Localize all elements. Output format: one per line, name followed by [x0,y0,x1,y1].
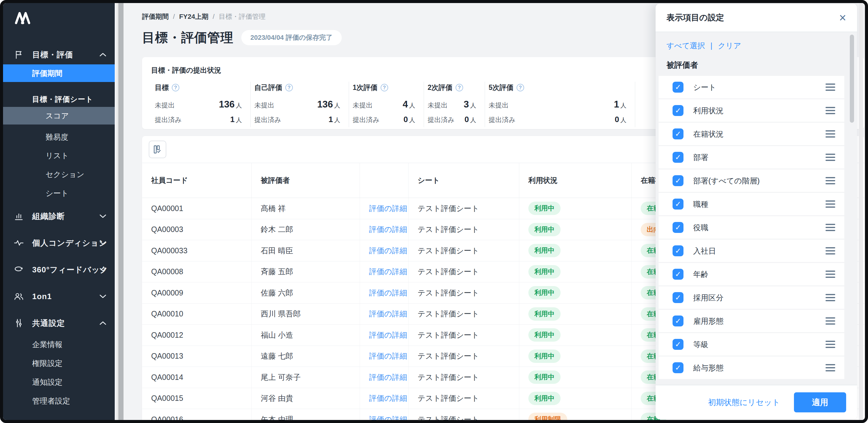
display-item-row[interactable]: ✓ 役職 [659,216,844,239]
panel-scrollbar[interactable] [850,35,854,123]
evaluation-detail-link[interactable]: 評価の詳細 [369,267,407,277]
display-item-row[interactable]: ✓ 等級 [659,333,844,356]
save-status-badge: 2023/04/04 評価の保存完了 [241,30,342,45]
column-settings-button[interactable] [149,141,166,158]
window-scrollbar[interactable] [859,3,863,420]
evaluation-detail-link[interactable]: 評価の詳細 [369,204,407,213]
sidebar-item-company-info[interactable]: 企業情報 [3,336,115,353]
checkbox-checked[interactable]: ✓ [673,105,683,116]
drag-handle-icon[interactable] [826,317,835,325]
question-circle-icon[interactable]: ? [285,84,293,91]
drag-handle-icon[interactable] [826,364,835,371]
checkbox-checked[interactable]: ✓ [673,245,683,256]
close-icon[interactable]: × [839,11,846,24]
question-circle-icon[interactable]: ? [456,84,463,91]
sidebar-item-score[interactable]: スコア [3,107,115,124]
evaluation-detail-link[interactable]: 評価の詳細 [369,393,407,403]
checkbox-checked[interactable]: ✓ [673,152,683,163]
clear-link[interactable]: クリア [718,41,741,51]
display-item-row[interactable]: ✓ シート [659,76,844,98]
hrmos-logo[interactable] [14,11,32,25]
drag-handle-icon[interactable] [826,154,835,161]
cell-sheet-name: テスト評価シート [408,262,519,282]
display-item-row[interactable]: ✓ 部署(すべての階層) [659,170,844,192]
question-circle-icon[interactable]: ? [517,84,524,91]
display-item-row[interactable]: ✓ 部署 [659,146,844,169]
drag-handle-icon[interactable] [826,294,835,301]
display-item-row[interactable]: ✓ 職種 [659,193,844,215]
evaluation-detail-link[interactable]: 評価の詳細 [369,288,407,298]
sidebar-item-evaluation-period[interactable]: 評価期間 [3,64,115,82]
col-header-employee-code[interactable]: 社員コード [142,163,251,198]
cell-sheet-name: テスト評価シート [408,346,519,367]
display-item-row[interactable]: ✓ 給与形態 [659,357,844,379]
sidebar-section-goal-evaluation-sheet[interactable]: 目標・評価シート [3,92,115,107]
col-header-evaluatee[interactable]: 被評価者 [251,163,360,198]
breadcrumb-fy24-first-half[interactable]: FY24上期 [179,12,209,21]
sidebar-item-list[interactable]: リスト [3,147,115,164]
sidebar-item-goals-evaluation[interactable]: 目標・評価 [3,46,115,64]
select-all-link[interactable]: すべて選択 [666,41,705,51]
sidebar-item-notification-settings[interactable]: 通知設定 [3,373,115,391]
evaluation-detail-link[interactable]: 評価の詳細 [369,246,407,256]
checkbox-checked[interactable]: ✓ [673,315,683,327]
usage-status-badge: 利用中 [528,392,561,405]
sidebar-item-admin-settings[interactable]: 管理者設定 [3,392,115,409]
checkbox-checked[interactable]: ✓ [673,339,683,350]
evaluation-detail-link[interactable]: 評価の詳細 [369,351,407,361]
submitted-label: 提出済み [155,115,182,124]
drag-handle-icon[interactable] [826,201,835,208]
display-item-label: 利用状況 [693,106,723,116]
col-header-sheet[interactable]: シート [408,163,519,198]
sidebar-item-difficulty[interactable]: 難易度 [3,128,115,146]
drag-handle-icon[interactable] [826,130,835,138]
checkbox-checked[interactable]: ✓ [673,269,683,280]
checkbox-checked[interactable]: ✓ [673,199,683,210]
display-item-row[interactable]: ✓ 雇用形態 [659,310,844,332]
drag-handle-icon[interactable] [826,341,835,348]
cell-sheet-name: テスト評価シート [408,388,519,409]
drag-handle-icon[interactable] [826,107,835,114]
evaluation-detail-link[interactable]: 評価の詳細 [369,309,407,319]
drag-handle-icon[interactable] [826,271,835,278]
drag-handle-icon[interactable] [826,84,835,91]
checkbox-checked[interactable]: ✓ [673,222,683,233]
display-item-row[interactable]: ✓ 利用状況 [659,99,844,122]
submitted-label: 提出済み [489,115,516,124]
display-item-row[interactable]: ✓ 採用区分 [659,286,844,309]
sidebar-item-permission-settings[interactable]: 権限設定 [3,355,115,372]
checkbox-checked[interactable]: ✓ [673,292,683,303]
sidebar-scrollbar[interactable] [117,3,124,420]
cell-evaluatee-name: 佐藤 六郎 [251,282,360,303]
evaluation-detail-link[interactable]: 評価の詳細 [369,415,407,423]
drag-handle-icon[interactable] [826,247,835,254]
sidebar-item-1on1[interactable]: 1on1 [3,287,115,305]
stat-column: 自己評価 ? 未提出 136人 提出済み 1人 [251,82,349,127]
question-circle-icon[interactable]: ? [172,84,179,91]
checkbox-checked[interactable]: ✓ [673,362,683,373]
sidebar-item-personal-condition[interactable]: 個人コンディション [3,234,115,252]
evaluation-detail-link[interactable]: 評価の詳細 [369,330,407,340]
display-item-row[interactable]: ✓ 年齢 [659,263,844,285]
checkbox-checked[interactable]: ✓ [673,175,683,186]
drag-handle-icon[interactable] [826,177,835,184]
display-item-label: 年齢 [693,269,708,279]
sidebar-item-360-feedback[interactable]: 360°フィードバック [3,261,115,279]
evaluation-detail-link[interactable]: 評価の詳細 [369,224,407,235]
breadcrumb-evaluation-period[interactable]: 評価期間 [142,12,169,21]
drag-handle-icon[interactable] [826,224,835,231]
question-circle-icon[interactable]: ? [380,84,388,91]
loop-icon [14,265,24,274]
col-header-usage[interactable]: 利用状況 [519,163,631,198]
evaluation-detail-link[interactable]: 評価の詳細 [369,372,407,382]
checkbox-checked[interactable]: ✓ [673,128,683,140]
reset-link[interactable]: 初期状態にリセット [708,397,780,408]
sidebar-item-section[interactable]: セクション [3,165,115,183]
sidebar-item-org-diagnosis[interactable]: 組織診断 [3,207,115,225]
checkbox-checked[interactable]: ✓ [673,82,683,93]
sidebar-item-common-settings[interactable]: 共通設定 [3,314,115,332]
sidebar-item-sheet[interactable]: シート [3,184,115,202]
display-item-row[interactable]: ✓ 入社日 [659,240,844,262]
apply-button[interactable]: 適用 [794,392,846,412]
display-item-row[interactable]: ✓ 在籍状況 [659,123,844,145]
